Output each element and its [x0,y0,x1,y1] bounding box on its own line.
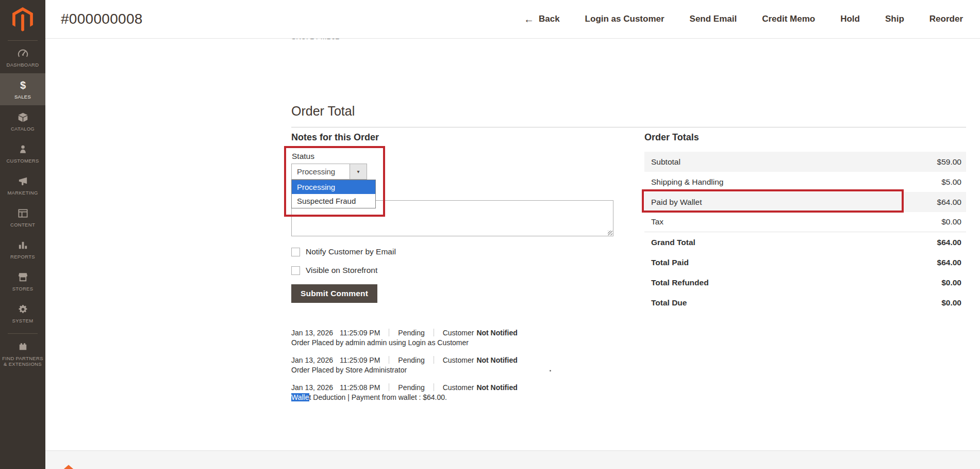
totals-row-shipping: Shipping & Handling $5.00 [644,172,966,192]
totals-row-total-due: Total Due $0.00 [644,293,966,313]
reorder-button[interactable]: Reorder [929,14,963,24]
marketing-megaphone-icon [17,175,29,187]
sidebar-item-reports[interactable]: REPORTS [0,233,45,265]
separator [389,356,389,364]
not-notified-badge: Not Notified [476,329,517,337]
content-layout-icon [17,207,29,219]
order-number-title: #000000008 [61,11,143,27]
totals-row-total-refunded: Total Refunded $0.00 [644,272,966,293]
status-select[interactable]: Processing ▾ [291,164,367,180]
comment-entry: Jan 13, 2026 11:25:09 PM Pending Custome… [291,328,683,347]
not-notified-badge: Not Notified [476,383,517,392]
sidebar-item-system[interactable]: SYSTEM [0,297,45,329]
system-gear-icon [17,303,29,315]
comment-entry: Jan 13, 2026 11:25:08 PM Pending Custome… [291,383,683,401]
notes-for-order-title: Notes for this Order [291,132,379,143]
magento-footer-logo-icon [61,465,76,469]
notify-customer-checkbox-row[interactable]: Notify Customer by Email [291,247,396,256]
sidebar-item-dashboard[interactable]: DASHBOARD [0,41,45,73]
sidebar-item-marketing[interactable]: MARKETING [0,169,45,201]
comment-message: Order Placed by Store Administrator [291,366,683,374]
hold-button[interactable]: Hold [840,14,860,24]
totals-row-grand-total: Grand Total $64.00 [644,232,966,252]
comment-entry: Jan 13, 2026 11:25:09 PM Pending Custome… [291,355,683,374]
totals-row-tax: Tax $0.00 [644,212,966,232]
comment-status: Pending [398,356,424,364]
credit-memo-button[interactable]: Credit Memo [762,14,815,24]
totals-row-paid-by-wallet: Paid by Wallet $64.00 [644,192,966,212]
visible-on-storefront-checkbox-row[interactable]: Visible on Storefront [291,266,377,275]
order-comments-history: Jan 13, 2026 11:25:09 PM Pending Custome… [291,328,683,410]
page-actions: ← Back Login as Customer Send Email Cred… [524,14,980,24]
comment-status: Pending [398,329,424,337]
comment-status: Pending [398,383,424,392]
login-as-customer-button[interactable]: Login as Customer [585,14,665,24]
chevron-down-icon[interactable]: ▾ [350,164,367,179]
separator [434,329,434,336]
svg-text:$: $ [20,79,25,91]
not-notified-badge: Not Notified [476,356,517,364]
separator [434,356,434,364]
comment-message: Wallet Deduction | Payment from wallet :… [291,393,683,401]
sidebar-item-stores[interactable]: STORES [0,265,45,297]
back-arrow-icon: ← [524,14,534,24]
stray-dot [550,370,551,371]
section-divider [291,127,966,127]
visible-on-storefront-label[interactable]: Visible on Storefront [306,266,377,275]
separator [434,383,434,391]
stores-storefront-icon [17,271,29,283]
back-button[interactable]: ← Back [524,14,560,24]
notify-customer-checkbox[interactable] [291,248,300,256]
extensions-brick-icon [17,341,29,353]
comment-message: Order Placed by admin admin using Login … [291,338,683,347]
status-select-value: Processing [292,164,350,179]
status-field-label: Status [292,152,314,161]
notify-customer-label[interactable]: Notify Customer by Email [306,247,396,256]
separator [389,329,389,336]
send-email-button[interactable]: Send Email [690,14,737,24]
submit-comment-button[interactable]: Submit Comment [291,284,377,303]
page-header: #000000008 ← Back Login as Customer Send… [0,0,980,39]
totals-row-total-paid: Total Paid $64.00 [644,252,966,272]
ship-button[interactable]: Ship [885,14,904,24]
sidebar-item-sales[interactable]: $ SALES [0,73,45,105]
sales-dollar-icon: $ [17,79,29,91]
customers-person-icon [17,143,29,155]
sidebar-item-content[interactable]: CONTENT [0,201,45,233]
totals-row-subtotal: Subtotal $59.00 [644,152,966,172]
magento-logo-icon [12,7,34,31]
separator [389,383,389,391]
dropdown-option-processing[interactable]: Processing [292,180,375,194]
order-totals-title: Order Totals [644,132,699,143]
sidebar-item-customers[interactable]: CUSTOMERS [0,137,45,169]
sidebar-divider [8,40,38,41]
sidebar-item-catalog[interactable]: CATALOG [0,105,45,137]
admin-sidebar: DASHBOARD $ SALES CATALOG [0,0,45,469]
dropdown-option-suspected-fraud[interactable]: Suspected Fraud [292,194,375,208]
order-totals-table: Subtotal $59.00 Shipping & Handling $5.0… [644,152,966,313]
visible-on-storefront-checkbox[interactable] [291,266,300,275]
sidebar-divider [8,333,38,334]
sidebar-item-find-partners[interactable]: FIND PARTNERS & EXTENSIONS [0,338,45,368]
admin-footer [45,450,980,469]
reports-chart-icon [17,239,29,251]
catalog-box-icon [17,111,29,123]
selected-text: Walle [291,393,309,401]
status-dropdown-list: Processing Suspected Fraud [291,180,376,208]
order-total-section-title: Order Total [291,104,355,119]
sidebar-nav: DASHBOARD $ SALES CATALOG [0,41,45,368]
magento-logo[interactable] [0,0,45,39]
dashboard-gauge-icon [17,47,29,59]
